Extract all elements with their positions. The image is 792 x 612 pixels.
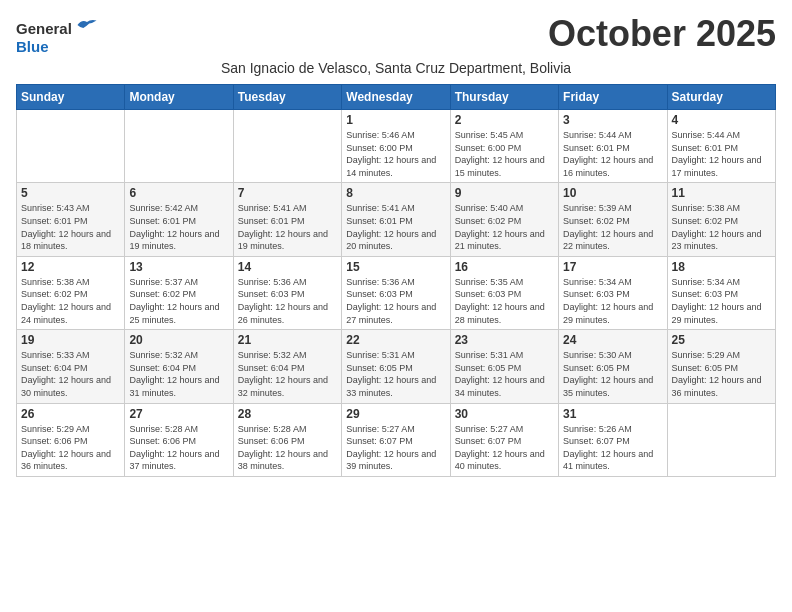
calendar-cell bbox=[17, 110, 125, 183]
day-info: Sunrise: 5:42 AM Sunset: 6:01 PM Dayligh… bbox=[129, 202, 228, 252]
day-number: 26 bbox=[21, 407, 120, 421]
day-info: Sunrise: 5:28 AM Sunset: 6:06 PM Dayligh… bbox=[238, 423, 337, 473]
calendar-cell: 30Sunrise: 5:27 AM Sunset: 6:07 PM Dayli… bbox=[450, 403, 558, 476]
day-number: 3 bbox=[563, 113, 662, 127]
day-info: Sunrise: 5:27 AM Sunset: 6:07 PM Dayligh… bbox=[346, 423, 445, 473]
weekday-header-cell: Sunday bbox=[17, 85, 125, 110]
weekday-header-cell: Thursday bbox=[450, 85, 558, 110]
day-number: 9 bbox=[455, 186, 554, 200]
day-info: Sunrise: 5:41 AM Sunset: 6:01 PM Dayligh… bbox=[238, 202, 337, 252]
calendar-cell bbox=[667, 403, 775, 476]
calendar-cell: 14Sunrise: 5:36 AM Sunset: 6:03 PM Dayli… bbox=[233, 256, 341, 329]
calendar-cell: 10Sunrise: 5:39 AM Sunset: 6:02 PM Dayli… bbox=[559, 183, 667, 256]
calendar-cell: 20Sunrise: 5:32 AM Sunset: 6:04 PM Dayli… bbox=[125, 330, 233, 403]
calendar-cell: 27Sunrise: 5:28 AM Sunset: 6:06 PM Dayli… bbox=[125, 403, 233, 476]
day-info: Sunrise: 5:38 AM Sunset: 6:02 PM Dayligh… bbox=[672, 202, 771, 252]
calendar-cell: 3Sunrise: 5:44 AM Sunset: 6:01 PM Daylig… bbox=[559, 110, 667, 183]
calendar-cell: 5Sunrise: 5:43 AM Sunset: 6:01 PM Daylig… bbox=[17, 183, 125, 256]
logo: General Blue bbox=[16, 16, 98, 56]
day-number: 13 bbox=[129, 260, 228, 274]
calendar-body: 1Sunrise: 5:46 AM Sunset: 6:00 PM Daylig… bbox=[17, 110, 776, 477]
weekday-header-cell: Friday bbox=[559, 85, 667, 110]
day-number: 20 bbox=[129, 333, 228, 347]
day-info: Sunrise: 5:43 AM Sunset: 6:01 PM Dayligh… bbox=[21, 202, 120, 252]
calendar-cell: 15Sunrise: 5:36 AM Sunset: 6:03 PM Dayli… bbox=[342, 256, 450, 329]
calendar-cell: 26Sunrise: 5:29 AM Sunset: 6:06 PM Dayli… bbox=[17, 403, 125, 476]
logo-general: General bbox=[16, 20, 72, 37]
day-number: 2 bbox=[455, 113, 554, 127]
day-info: Sunrise: 5:39 AM Sunset: 6:02 PM Dayligh… bbox=[563, 202, 662, 252]
calendar-cell: 22Sunrise: 5:31 AM Sunset: 6:05 PM Dayli… bbox=[342, 330, 450, 403]
day-number: 17 bbox=[563, 260, 662, 274]
day-number: 6 bbox=[129, 186, 228, 200]
calendar-cell: 31Sunrise: 5:26 AM Sunset: 6:07 PM Dayli… bbox=[559, 403, 667, 476]
calendar-cell: 6Sunrise: 5:42 AM Sunset: 6:01 PM Daylig… bbox=[125, 183, 233, 256]
day-info: Sunrise: 5:27 AM Sunset: 6:07 PM Dayligh… bbox=[455, 423, 554, 473]
weekday-header-cell: Monday bbox=[125, 85, 233, 110]
day-info: Sunrise: 5:40 AM Sunset: 6:02 PM Dayligh… bbox=[455, 202, 554, 252]
calendar: SundayMondayTuesdayWednesdayThursdayFrid… bbox=[16, 84, 776, 477]
day-number: 30 bbox=[455, 407, 554, 421]
logo-bird-icon bbox=[76, 16, 98, 34]
day-info: Sunrise: 5:36 AM Sunset: 6:03 PM Dayligh… bbox=[238, 276, 337, 326]
calendar-cell: 18Sunrise: 5:34 AM Sunset: 6:03 PM Dayli… bbox=[667, 256, 775, 329]
day-info: Sunrise: 5:41 AM Sunset: 6:01 PM Dayligh… bbox=[346, 202, 445, 252]
calendar-cell: 24Sunrise: 5:30 AM Sunset: 6:05 PM Dayli… bbox=[559, 330, 667, 403]
day-number: 11 bbox=[672, 186, 771, 200]
calendar-cell: 13Sunrise: 5:37 AM Sunset: 6:02 PM Dayli… bbox=[125, 256, 233, 329]
weekday-header-row: SundayMondayTuesdayWednesdayThursdayFrid… bbox=[17, 85, 776, 110]
day-number: 21 bbox=[238, 333, 337, 347]
day-number: 28 bbox=[238, 407, 337, 421]
calendar-cell: 4Sunrise: 5:44 AM Sunset: 6:01 PM Daylig… bbox=[667, 110, 775, 183]
calendar-cell: 29Sunrise: 5:27 AM Sunset: 6:07 PM Dayli… bbox=[342, 403, 450, 476]
calendar-week-row: 1Sunrise: 5:46 AM Sunset: 6:00 PM Daylig… bbox=[17, 110, 776, 183]
day-info: Sunrise: 5:44 AM Sunset: 6:01 PM Dayligh… bbox=[672, 129, 771, 179]
calendar-cell bbox=[125, 110, 233, 183]
calendar-cell: 2Sunrise: 5:45 AM Sunset: 6:00 PM Daylig… bbox=[450, 110, 558, 183]
day-number: 31 bbox=[563, 407, 662, 421]
day-info: Sunrise: 5:45 AM Sunset: 6:00 PM Dayligh… bbox=[455, 129, 554, 179]
day-number: 22 bbox=[346, 333, 445, 347]
calendar-week-row: 12Sunrise: 5:38 AM Sunset: 6:02 PM Dayli… bbox=[17, 256, 776, 329]
day-number: 29 bbox=[346, 407, 445, 421]
day-number: 1 bbox=[346, 113, 445, 127]
calendar-cell: 11Sunrise: 5:38 AM Sunset: 6:02 PM Dayli… bbox=[667, 183, 775, 256]
day-number: 7 bbox=[238, 186, 337, 200]
calendar-cell: 25Sunrise: 5:29 AM Sunset: 6:05 PM Dayli… bbox=[667, 330, 775, 403]
day-info: Sunrise: 5:37 AM Sunset: 6:02 PM Dayligh… bbox=[129, 276, 228, 326]
day-info: Sunrise: 5:33 AM Sunset: 6:04 PM Dayligh… bbox=[21, 349, 120, 399]
day-number: 8 bbox=[346, 186, 445, 200]
day-number: 12 bbox=[21, 260, 120, 274]
day-number: 19 bbox=[21, 333, 120, 347]
weekday-header-cell: Wednesday bbox=[342, 85, 450, 110]
day-info: Sunrise: 5:26 AM Sunset: 6:07 PM Dayligh… bbox=[563, 423, 662, 473]
calendar-week-row: 19Sunrise: 5:33 AM Sunset: 6:04 PM Dayli… bbox=[17, 330, 776, 403]
calendar-cell: 8Sunrise: 5:41 AM Sunset: 6:01 PM Daylig… bbox=[342, 183, 450, 256]
calendar-cell: 19Sunrise: 5:33 AM Sunset: 6:04 PM Dayli… bbox=[17, 330, 125, 403]
day-info: Sunrise: 5:30 AM Sunset: 6:05 PM Dayligh… bbox=[563, 349, 662, 399]
calendar-cell: 9Sunrise: 5:40 AM Sunset: 6:02 PM Daylig… bbox=[450, 183, 558, 256]
day-info: Sunrise: 5:44 AM Sunset: 6:01 PM Dayligh… bbox=[563, 129, 662, 179]
day-info: Sunrise: 5:38 AM Sunset: 6:02 PM Dayligh… bbox=[21, 276, 120, 326]
day-info: Sunrise: 5:46 AM Sunset: 6:00 PM Dayligh… bbox=[346, 129, 445, 179]
calendar-cell: 17Sunrise: 5:34 AM Sunset: 6:03 PM Dayli… bbox=[559, 256, 667, 329]
day-number: 24 bbox=[563, 333, 662, 347]
weekday-header-cell: Tuesday bbox=[233, 85, 341, 110]
month-title: October 2025 bbox=[548, 16, 776, 52]
day-info: Sunrise: 5:36 AM Sunset: 6:03 PM Dayligh… bbox=[346, 276, 445, 326]
day-info: Sunrise: 5:31 AM Sunset: 6:05 PM Dayligh… bbox=[455, 349, 554, 399]
day-number: 10 bbox=[563, 186, 662, 200]
day-info: Sunrise: 5:29 AM Sunset: 6:06 PM Dayligh… bbox=[21, 423, 120, 473]
calendar-cell: 1Sunrise: 5:46 AM Sunset: 6:00 PM Daylig… bbox=[342, 110, 450, 183]
calendar-week-row: 26Sunrise: 5:29 AM Sunset: 6:06 PM Dayli… bbox=[17, 403, 776, 476]
day-number: 25 bbox=[672, 333, 771, 347]
day-number: 16 bbox=[455, 260, 554, 274]
calendar-cell bbox=[233, 110, 341, 183]
subtitle: San Ignacio de Velasco, Santa Cruz Depar… bbox=[16, 60, 776, 76]
calendar-week-row: 5Sunrise: 5:43 AM Sunset: 6:01 PM Daylig… bbox=[17, 183, 776, 256]
calendar-cell: 21Sunrise: 5:32 AM Sunset: 6:04 PM Dayli… bbox=[233, 330, 341, 403]
calendar-cell: 12Sunrise: 5:38 AM Sunset: 6:02 PM Dayli… bbox=[17, 256, 125, 329]
day-number: 14 bbox=[238, 260, 337, 274]
day-number: 5 bbox=[21, 186, 120, 200]
day-number: 4 bbox=[672, 113, 771, 127]
